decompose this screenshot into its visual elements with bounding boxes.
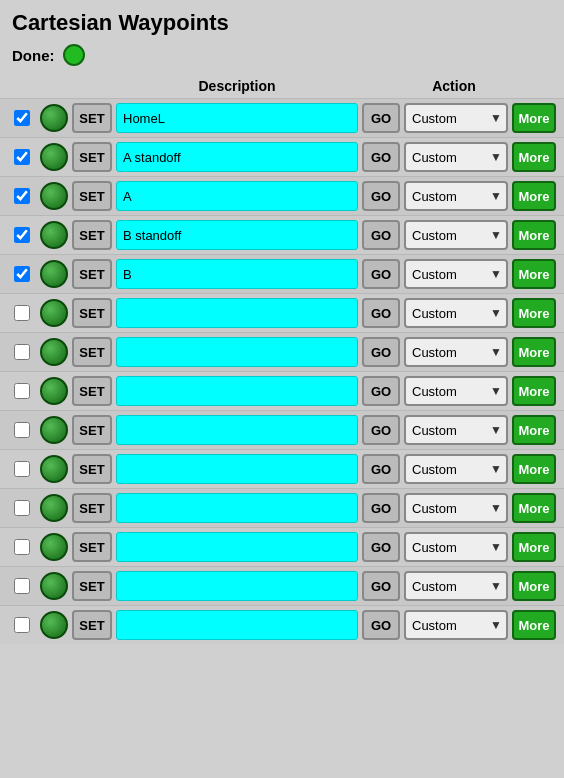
description-input[interactable] <box>116 454 358 484</box>
go-button[interactable]: GO <box>362 259 400 289</box>
set-button[interactable]: SET <box>72 103 112 133</box>
action-select[interactable]: CustomHomeStopPause <box>404 181 508 211</box>
set-button[interactable]: SET <box>72 337 112 367</box>
table-row: SETGOCustomHomeStopPause▼More <box>0 488 564 527</box>
row-checkbox[interactable] <box>14 617 30 633</box>
more-button[interactable]: More <box>512 415 556 445</box>
go-button[interactable]: GO <box>362 298 400 328</box>
status-dot <box>40 338 68 366</box>
more-button[interactable]: More <box>512 220 556 250</box>
set-button[interactable]: SET <box>72 415 112 445</box>
status-dot <box>40 377 68 405</box>
go-button[interactable]: GO <box>362 181 400 211</box>
row-checkbox[interactable] <box>14 578 30 594</box>
row-checkbox[interactable] <box>14 227 30 243</box>
table-row: SETGOCustomHomeStopPause▼More <box>0 215 564 254</box>
description-input[interactable] <box>116 493 358 523</box>
description-input[interactable] <box>116 337 358 367</box>
more-button[interactable]: More <box>512 181 556 211</box>
status-dot <box>40 221 68 249</box>
go-button[interactable]: GO <box>362 532 400 562</box>
row-checkbox[interactable] <box>14 266 30 282</box>
set-button[interactable]: SET <box>72 610 112 640</box>
action-select[interactable]: CustomHomeStopPause <box>404 376 508 406</box>
action-select[interactable]: CustomHomeStopPause <box>404 532 508 562</box>
action-select[interactable]: CustomHomeStopPause <box>404 298 508 328</box>
go-button[interactable]: GO <box>362 571 400 601</box>
more-button[interactable]: More <box>512 376 556 406</box>
go-button[interactable]: GO <box>362 415 400 445</box>
table-row: SETGOCustomHomeStopPause▼More <box>0 137 564 176</box>
action-select[interactable]: CustomHomeStopPause <box>404 493 508 523</box>
action-select[interactable]: CustomHomeStopPause <box>404 415 508 445</box>
more-button[interactable]: More <box>512 103 556 133</box>
table-header: Description Action <box>0 74 564 98</box>
row-checkbox[interactable] <box>14 305 30 321</box>
action-select[interactable]: CustomHomeStopPause <box>404 454 508 484</box>
go-button[interactable]: GO <box>362 103 400 133</box>
action-select[interactable]: CustomHomeStopPause <box>404 103 508 133</box>
more-button[interactable]: More <box>512 571 556 601</box>
more-button[interactable]: More <box>512 337 556 367</box>
more-button[interactable]: More <box>512 298 556 328</box>
set-button[interactable]: SET <box>72 142 112 172</box>
table-row: SETGOCustomHomeStopPause▼More <box>0 449 564 488</box>
status-dot <box>40 182 68 210</box>
action-select[interactable]: CustomHomeStopPause <box>404 337 508 367</box>
action-select[interactable]: CustomHomeStopPause <box>404 259 508 289</box>
set-button[interactable]: SET <box>72 376 112 406</box>
row-checkbox[interactable] <box>14 422 30 438</box>
set-button[interactable]: SET <box>72 532 112 562</box>
header-action: Action <box>400 78 508 94</box>
status-dot <box>40 299 68 327</box>
set-button[interactable]: SET <box>72 298 112 328</box>
set-button[interactable]: SET <box>72 220 112 250</box>
description-input[interactable] <box>116 415 358 445</box>
status-dot <box>40 533 68 561</box>
row-checkbox[interactable] <box>14 500 30 516</box>
set-button[interactable]: SET <box>72 259 112 289</box>
table-row: SETGOCustomHomeStopPause▼More <box>0 605 564 644</box>
go-button[interactable]: GO <box>362 337 400 367</box>
row-checkbox[interactable] <box>14 539 30 555</box>
action-select[interactable]: CustomHomeStopPause <box>404 571 508 601</box>
description-input[interactable] <box>116 181 358 211</box>
description-input[interactable] <box>116 103 358 133</box>
go-button[interactable]: GO <box>362 610 400 640</box>
go-button[interactable]: GO <box>362 493 400 523</box>
more-button[interactable]: More <box>512 610 556 640</box>
description-input[interactable] <box>116 376 358 406</box>
more-button[interactable]: More <box>512 454 556 484</box>
description-input[interactable] <box>116 142 358 172</box>
go-button[interactable]: GO <box>362 220 400 250</box>
go-button[interactable]: GO <box>362 142 400 172</box>
description-input[interactable] <box>116 532 358 562</box>
table-row: SETGOCustomHomeStopPause▼More <box>0 410 564 449</box>
set-button[interactable]: SET <box>72 493 112 523</box>
set-button[interactable]: SET <box>72 454 112 484</box>
row-checkbox[interactable] <box>14 149 30 165</box>
action-select[interactable]: CustomHomeStopPause <box>404 220 508 250</box>
more-button[interactable]: More <box>512 493 556 523</box>
go-button[interactable]: GO <box>362 376 400 406</box>
description-input[interactable] <box>116 571 358 601</box>
description-input[interactable] <box>116 298 358 328</box>
row-checkbox[interactable] <box>14 344 30 360</box>
description-input[interactable] <box>116 220 358 250</box>
go-button[interactable]: GO <box>362 454 400 484</box>
row-checkbox[interactable] <box>14 110 30 126</box>
row-checkbox[interactable] <box>14 188 30 204</box>
more-button[interactable]: More <box>512 259 556 289</box>
description-input[interactable] <box>116 259 358 289</box>
table-row: SETGOCustomHomeStopPause▼More <box>0 176 564 215</box>
set-button[interactable]: SET <box>72 571 112 601</box>
row-checkbox[interactable] <box>14 383 30 399</box>
action-select[interactable]: CustomHomeStopPause <box>404 610 508 640</box>
more-button[interactable]: More <box>512 142 556 172</box>
set-button[interactable]: SET <box>72 181 112 211</box>
row-checkbox[interactable] <box>14 461 30 477</box>
description-input[interactable] <box>116 610 358 640</box>
status-dot <box>40 611 68 639</box>
more-button[interactable]: More <box>512 532 556 562</box>
action-select[interactable]: CustomHomeStopPause <box>404 142 508 172</box>
